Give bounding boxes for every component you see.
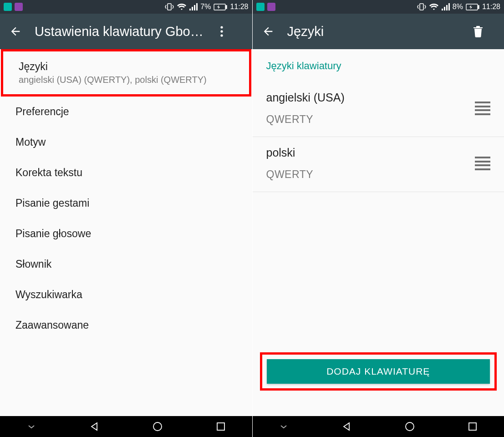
nav-expand[interactable] bbox=[270, 420, 297, 433]
svg-point-8 bbox=[220, 30, 223, 32]
svg-point-7 bbox=[220, 26, 223, 28]
wifi-icon bbox=[429, 3, 439, 11]
nav-home[interactable] bbox=[396, 418, 424, 435]
settings-item-search[interactable]: Wyszukiwarka bbox=[0, 279, 252, 310]
vibrate-icon bbox=[165, 3, 174, 11]
item-title: Słownik bbox=[15, 258, 237, 270]
battery-percent: 7% bbox=[200, 3, 211, 11]
nav-expand[interactable] bbox=[18, 420, 45, 433]
settings-item-text-correction[interactable]: Korekta tekstu bbox=[0, 158, 252, 188]
item-title: Pisanie głosowe bbox=[15, 228, 237, 240]
nav-bar bbox=[0, 416, 252, 437]
notification-icon bbox=[267, 3, 275, 11]
nav-back[interactable] bbox=[80, 418, 108, 435]
svg-rect-1 bbox=[189, 9, 191, 10]
svg-rect-3 bbox=[194, 5, 195, 10]
nav-recent[interactable] bbox=[207, 418, 234, 435]
clock: 11:28 bbox=[482, 3, 500, 11]
svg-rect-15 bbox=[446, 5, 448, 10]
signal-icon bbox=[189, 3, 198, 10]
svg-point-19 bbox=[406, 422, 414, 431]
delete-button[interactable] bbox=[470, 23, 486, 40]
nav-recent[interactable] bbox=[459, 418, 486, 435]
page-title: Ustawienia klawiatury Gbo… bbox=[35, 24, 208, 39]
svg-rect-16 bbox=[448, 3, 450, 10]
language-name: polski bbox=[266, 146, 475, 159]
signal-icon bbox=[442, 3, 450, 10]
item-title: Korekta tekstu bbox=[15, 167, 237, 179]
content-area: Języki angielski (USA) (QWERTY), polski … bbox=[0, 49, 252, 416]
drag-handle-icon[interactable] bbox=[475, 102, 490, 115]
svg-point-9 bbox=[220, 34, 223, 36]
notification-icon bbox=[256, 3, 265, 11]
vibrate-icon bbox=[417, 3, 426, 11]
svg-rect-13 bbox=[442, 9, 443, 10]
wifi-icon bbox=[177, 3, 187, 11]
svg-rect-14 bbox=[444, 7, 445, 10]
status-bar: 8% 11:28 bbox=[253, 0, 504, 14]
settings-item-preferences[interactable]: Preferencje bbox=[0, 97, 252, 127]
language-name: angielski (USA) bbox=[266, 91, 475, 104]
content-area: Języki klawiatury angielski (USA) QWERTY… bbox=[253, 49, 504, 416]
section-header: Języki klawiatury bbox=[253, 49, 504, 82]
status-bar: 7% 11:28 bbox=[0, 0, 252, 14]
item-title: Języki bbox=[19, 61, 234, 73]
svg-rect-12 bbox=[420, 4, 423, 10]
highlight-box: DODAJ KLAWIATURĘ bbox=[260, 352, 497, 391]
drag-handle-icon[interactable] bbox=[475, 157, 490, 170]
nav-bar bbox=[253, 416, 504, 437]
app-bar: Ustawienia klawiatury Gbo… bbox=[0, 14, 252, 49]
phone-left: 7% 11:28 Ustawienia klawiatury Gbo… Języ… bbox=[0, 0, 252, 437]
language-item[interactable]: polski QWERTY bbox=[253, 137, 504, 192]
settings-item-gesture-typing[interactable]: Pisanie gestami bbox=[0, 188, 252, 218]
settings-item-dictionary[interactable]: Słownik bbox=[0, 249, 252, 279]
notification-icon bbox=[4, 3, 12, 11]
more-button[interactable] bbox=[218, 23, 226, 40]
svg-rect-4 bbox=[196, 3, 198, 10]
language-layout: QWERTY bbox=[266, 168, 475, 181]
notification-icon bbox=[15, 3, 23, 11]
item-title: Motyw bbox=[15, 136, 237, 148]
back-button[interactable] bbox=[259, 22, 277, 41]
item-title: Preferencje bbox=[15, 106, 237, 118]
language-item[interactable]: angielski (USA) QWERTY bbox=[253, 82, 504, 137]
phone-right: 8% 11:28 Języki Języki klawiatury angiel… bbox=[252, 0, 504, 437]
settings-list: Języki angielski (USA) (QWERTY), polski … bbox=[0, 49, 252, 340]
battery-icon bbox=[466, 4, 479, 10]
settings-item-voice-typing[interactable]: Pisanie głosowe bbox=[0, 218, 252, 249]
add-keyboard-button[interactable]: DODAJ KLAWIATURĘ bbox=[267, 359, 490, 384]
settings-item-advanced[interactable]: Zaawansowane bbox=[0, 310, 252, 340]
nav-home[interactable] bbox=[143, 418, 172, 435]
item-title: Zaawansowane bbox=[15, 319, 237, 331]
svg-rect-6 bbox=[226, 5, 227, 9]
clock: 11:28 bbox=[230, 3, 248, 11]
page-title: Języki bbox=[287, 24, 460, 39]
svg-rect-18 bbox=[478, 5, 479, 9]
language-layout: QWERTY bbox=[266, 113, 475, 126]
svg-point-10 bbox=[153, 422, 162, 431]
svg-rect-0 bbox=[168, 4, 171, 10]
svg-rect-11 bbox=[217, 423, 224, 430]
highlight-box: Języki angielski (USA) (QWERTY), polski … bbox=[1, 49, 251, 97]
svg-rect-20 bbox=[469, 423, 476, 430]
app-bar: Języki bbox=[253, 14, 504, 49]
item-title: Pisanie gestami bbox=[15, 197, 237, 209]
svg-rect-2 bbox=[192, 7, 193, 10]
settings-item-theme[interactable]: Motyw bbox=[0, 127, 252, 158]
item-title: Wyszukiwarka bbox=[15, 289, 237, 301]
settings-item-languages[interactable]: Języki angielski (USA) (QWERTY), polski … bbox=[3, 51, 249, 94]
item-subtitle: angielski (USA) (QWERTY), polski (QWERTY… bbox=[19, 75, 234, 85]
back-button[interactable] bbox=[6, 22, 25, 41]
battery-percent: 8% bbox=[453, 3, 463, 11]
nav-back[interactable] bbox=[332, 418, 361, 435]
battery-icon bbox=[214, 4, 227, 10]
